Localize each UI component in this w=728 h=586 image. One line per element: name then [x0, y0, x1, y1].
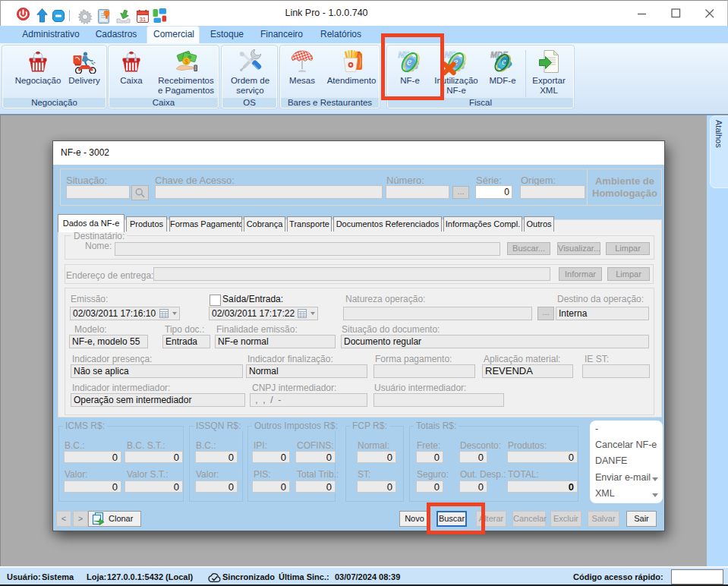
svg-text:e: e — [502, 56, 506, 67]
svg-text:31: 31 — [140, 16, 146, 23]
svg-text:$: $ — [184, 58, 188, 65]
